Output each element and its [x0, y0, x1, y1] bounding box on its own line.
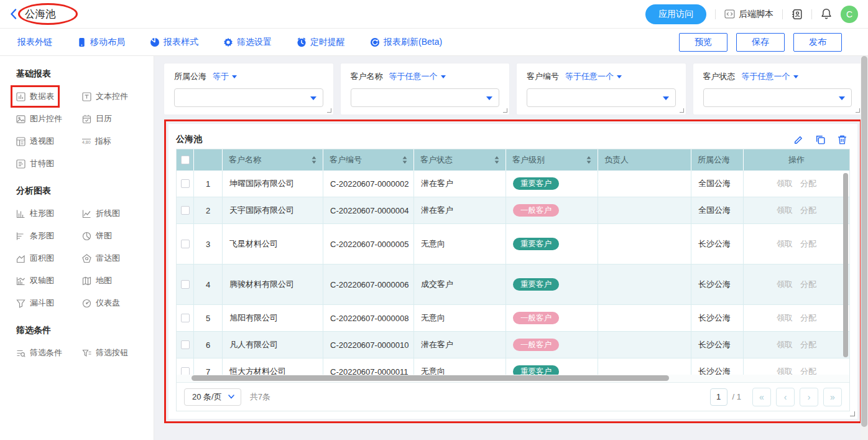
preview-button[interactable]: 预览	[679, 33, 727, 52]
filter-operator-dropdown[interactable]: 等于任意一个	[742, 71, 798, 82]
sort-icon[interactable]	[586, 156, 591, 164]
toolbar-item-mobile-layout[interactable]: 移动布局	[77, 37, 125, 48]
resize-handle[interactable]	[503, 108, 507, 113]
assign-link[interactable]: 分配	[800, 312, 816, 324]
level-badge: 重要客户	[513, 365, 559, 375]
notifications-button[interactable]	[821, 8, 832, 20]
assign-link[interactable]: 分配	[800, 339, 816, 350]
sidebar-item-filter-button[interactable]: 筛选按钮	[82, 347, 128, 358]
row-checkbox[interactable]	[181, 179, 190, 188]
filter-value-select[interactable]	[703, 88, 852, 107]
toolbar-item-report-link[interactable]: 报表外链	[17, 37, 52, 48]
select-all-checkbox[interactable]	[181, 156, 190, 164]
assign-link[interactable]: 分配	[800, 205, 816, 216]
sort-icon[interactable]	[312, 156, 316, 164]
backend-script-button[interactable]: 后端脚本	[724, 9, 773, 20]
sidebar-item-pivot-table[interactable]: 透视图	[16, 136, 54, 147]
prev-page-button[interactable]: ‹	[776, 388, 795, 406]
cell-customer-name: 恒大方材料公司	[223, 358, 323, 375]
filter-operator-dropdown[interactable]: 等于	[213, 71, 237, 82]
copy-icon[interactable]	[815, 134, 826, 145]
sidebar-item-text-widget[interactable]: 文本控件	[82, 91, 128, 102]
claim-link[interactable]: 领取	[777, 312, 793, 324]
sort-icon[interactable]	[494, 156, 499, 164]
data-table: 客户名称 客户编号 客户状态	[176, 149, 850, 411]
claim-link[interactable]: 领取	[777, 279, 793, 290]
filter-value-select[interactable]	[174, 88, 323, 107]
table-vertical-scrollbar[interactable]	[843, 173, 848, 357]
claim-link[interactable]: 领取	[777, 238, 793, 250]
filter-field-label: 客户状态	[703, 71, 736, 82]
assign-link[interactable]: 分配	[800, 279, 816, 290]
sidebar-item-data-table[interactable]: 数据表	[16, 91, 54, 102]
column-header-status[interactable]: 客户状态	[414, 149, 506, 171]
filter-operator-dropdown[interactable]: 等于任意一个	[389, 71, 446, 82]
page-scrollbar[interactable]	[861, 56, 867, 427]
contacts-button[interactable]	[792, 9, 803, 20]
row-checkbox[interactable]	[181, 280, 190, 289]
resize-handle[interactable]	[856, 108, 860, 113]
filter-value-select[interactable]	[351, 88, 500, 107]
assign-link[interactable]: 分配	[800, 366, 816, 375]
current-page-input[interactable]: 1	[710, 388, 727, 406]
row-checkbox[interactable]	[181, 314, 190, 322]
claim-link[interactable]: 领取	[777, 366, 793, 375]
resize-handle[interactable]	[680, 108, 684, 113]
cell-customer-level: 一般客户	[506, 305, 598, 331]
resize-handle[interactable]	[850, 411, 855, 416]
sidebar-item-pie-chart[interactable]: 饼图	[82, 230, 112, 241]
claim-link[interactable]: 领取	[777, 205, 793, 216]
sidebar-item-calendar[interactable]: 日历	[82, 113, 112, 124]
sidebar-item-metric[interactable]: 4,80 指标	[82, 136, 111, 147]
column-header-code[interactable]: 客户编号	[323, 149, 414, 171]
table-horizontal-scrollbar[interactable]	[192, 375, 669, 381]
column-header-name[interactable]: 客户名称	[223, 149, 323, 171]
page-size-select[interactable]: 20 条/页	[184, 388, 241, 406]
claim-link[interactable]: 领取	[777, 339, 793, 350]
back-button[interactable]	[10, 9, 17, 19]
sidebar-item-radar-chart[interactable]: 雷达图	[82, 253, 120, 264]
chevron-down-icon	[793, 75, 798, 78]
resize-handle[interactable]	[327, 108, 331, 113]
sort-icon[interactable]	[402, 156, 407, 164]
image-widget-icon	[16, 115, 25, 124]
user-avatar[interactable]: C	[841, 6, 858, 23]
assign-link[interactable]: 分配	[800, 238, 816, 250]
next-page-button[interactable]: ›	[800, 388, 818, 406]
row-checkbox[interactable]	[181, 340, 190, 349]
sidebar-item-area-chart[interactable]: 面积图	[16, 253, 54, 264]
filter-value-select[interactable]	[527, 88, 676, 107]
row-index: 7	[194, 358, 223, 375]
delete-icon[interactable]	[837, 134, 847, 145]
save-button[interactable]: 保存	[736, 33, 785, 52]
edit-icon[interactable]	[793, 134, 804, 145]
sidebar-item-gauge[interactable]: 仪表盘	[82, 297, 120, 309]
row-checkbox[interactable]	[181, 206, 190, 215]
sidebar-item-gantt[interactable]: 甘特图	[16, 158, 54, 169]
claim-link[interactable]: 领取	[777, 178, 793, 189]
toolbar-item-report-style[interactable]: 报表样式	[150, 37, 198, 48]
sidebar-item-funnel-chart[interactable]: 漏斗图	[16, 297, 54, 309]
toolbar-item-report-refresh[interactable]: 报表刷新(Beta)	[370, 37, 442, 48]
assign-link[interactable]: 分配	[800, 178, 816, 189]
first-page-button[interactable]: «	[752, 388, 771, 406]
sidebar-item-bar-chart[interactable]: 条形图	[16, 230, 54, 241]
sidebar-item-column-chart[interactable]: 柱形图	[16, 208, 54, 219]
filter-operator-dropdown[interactable]: 等于任意一个	[565, 71, 622, 82]
row-checkbox[interactable]	[181, 240, 190, 248]
publish-button[interactable]: 发布	[793, 33, 842, 52]
column-header-level[interactable]: 客户级别	[506, 149, 598, 171]
last-page-button[interactable]: »	[823, 388, 842, 406]
sidebar-item-dual-axis-chart[interactable]: 双轴图	[16, 275, 54, 286]
sidebar-item-map[interactable]: 地图	[82, 275, 112, 286]
sidebar-item-filter-condition[interactable]: 筛选条件	[16, 347, 62, 358]
cell-customer-level: 重要客户	[506, 358, 598, 375]
toolbar-item-timed-reminder[interactable]: 定时提醒	[297, 37, 345, 48]
row-checkbox[interactable]	[181, 367, 190, 375]
sidebar-item-image-widget[interactable]: 图片控件	[16, 113, 62, 124]
toolbar-item-filter-settings[interactable]: 筛选设置	[223, 37, 272, 48]
table-row: 3 飞星材料公司 C-20220607-0000005 无意向 重要客户 长沙公…	[177, 224, 849, 264]
app-access-button[interactable]: 应用访问	[645, 4, 706, 24]
cell-operations: 领取 分配	[744, 171, 849, 197]
sidebar-item-line-chart[interactable]: 折线图	[82, 208, 120, 219]
